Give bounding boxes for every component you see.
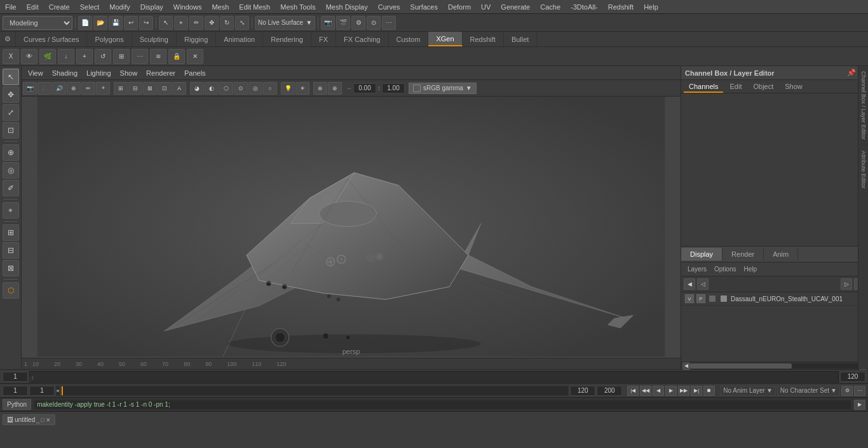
layer-prev2-btn[interactable]: ◁ [697, 278, 709, 290]
menu-mesh[interactable]: Mesh [207, 2, 234, 12]
pb-range-end[interactable]: 120 [570, 386, 595, 396]
layers-menu[interactable]: Layers [685, 265, 709, 273]
no-character-set-dropdown[interactable]: No Character Set ▼ [777, 386, 840, 396]
menu-create[interactable]: Create [44, 2, 75, 12]
layer-playback[interactable]: P [696, 294, 705, 303]
paint-tool[interactable]: ✏ [189, 16, 203, 30]
cam-btn-5[interactable]: ✏ [81, 82, 95, 95]
cam-btn-shd3[interactable]: ⬡ [219, 82, 233, 95]
cam-btn-shd5[interactable]: ◎ [248, 82, 262, 95]
menu-help[interactable]: Help [639, 2, 663, 12]
cam-btn-snap1[interactable]: ⊕ [313, 82, 327, 95]
cb-tab-edit[interactable]: Edit [724, 81, 747, 93]
menu-modify[interactable]: Modify [104, 2, 135, 12]
menu-mesh-display[interactable]: Mesh Display [321, 2, 373, 12]
menu-3dtoall[interactable]: -3DtoAll- [566, 2, 603, 12]
xgen-btn-leaf[interactable]: 🌿 [39, 49, 56, 64]
tab-fx-caching[interactable]: FX Caching [336, 32, 388, 46]
scroll-left-btn[interactable]: ◀ [682, 362, 690, 370]
tab-sculpting[interactable]: Sculpting [132, 32, 177, 46]
cam-btn-shd[interactable]: ◕ [190, 82, 204, 95]
tab-animation[interactable]: Animation [216, 32, 263, 46]
menu-windows[interactable]: Windows [168, 2, 207, 12]
circle-btn[interactable]: ⊙ [367, 16, 381, 30]
tab-xgen[interactable]: XGen [428, 32, 462, 46]
xgen-btn-5[interactable]: ↺ [95, 49, 111, 64]
pb-record-btn[interactable]: ⏺ [703, 386, 715, 396]
vp-menu-view[interactable]: View [24, 68, 47, 78]
menu-uv[interactable]: UV [476, 2, 496, 12]
menu-edit-mesh[interactable]: Edit Mesh [234, 2, 275, 12]
cam-btn-grid2[interactable]: ⊟ [128, 82, 142, 95]
menu-select[interactable]: Select [75, 2, 105, 12]
dra-tab-render[interactable]: Render [722, 248, 764, 261]
cam-btn-3[interactable]: 🔊 [52, 82, 66, 95]
menu-generate[interactable]: Generate [496, 2, 535, 12]
cam-btn-light2[interactable]: ☀ [295, 82, 309, 95]
cam-btn-grid3[interactable]: ⊠ [143, 82, 157, 95]
current-frame-field[interactable]: 1 [3, 372, 28, 382]
xgen-btn-4[interactable]: + [76, 49, 93, 64]
menu-edit[interactable]: Edit [22, 2, 44, 12]
tab-fx[interactable]: FX [311, 32, 336, 46]
snap-tool[interactable]: ⊕ [3, 144, 19, 161]
layer-visibility[interactable]: V [685, 294, 694, 303]
new-file-btn[interactable]: 📄 [78, 16, 92, 30]
xgen-btn-6[interactable]: ⊞ [113, 49, 130, 64]
pb-settings-btn[interactable]: ⚙ [841, 386, 853, 396]
tab-rendering[interactable]: Rendering [263, 32, 311, 46]
live-surface-dropdown[interactable]: No Live Surface ▼ [255, 16, 315, 30]
coord-y-input[interactable]: 1.00 [382, 83, 405, 93]
render-btn[interactable]: 📷 [321, 16, 335, 30]
cb-tab-channels[interactable]: Channels [684, 81, 723, 93]
timeline-end-field[interactable]: 120 [840, 372, 865, 382]
xgen-btn-close[interactable]: ✕ [187, 49, 203, 64]
cam-btn-shd2[interactable]: ◐ [205, 82, 219, 95]
cam-btn-light[interactable]: 💡 [281, 82, 295, 95]
select-tool-lt[interactable]: ↖ [3, 69, 19, 85]
pb-next-key-btn[interactable]: ▶| [691, 386, 702, 396]
xgen-btn-eye[interactable]: 👁 [21, 49, 37, 64]
cam-btn-a[interactable]: A [172, 82, 186, 95]
soft-tool[interactable]: ◎ [3, 162, 19, 179]
cam-btn-1[interactable]: 📷 [23, 82, 37, 95]
cb-pin-icon[interactable]: 📌 [847, 69, 856, 77]
help-menu[interactable]: Help [741, 265, 759, 273]
view-cube-btn[interactable]: ⬡ [3, 282, 19, 299]
python-run-btn[interactable]: ▶ [854, 400, 865, 410]
menu-display[interactable]: Display [135, 2, 168, 12]
open-file-btn[interactable]: 📂 [93, 16, 107, 30]
cb-tab-object[interactable]: Object [748, 81, 778, 93]
vert-tab-attribute-editor[interactable]: Attribute Editor [859, 146, 868, 194]
pb-next-frame-btn[interactable]: ▶▶ [678, 386, 689, 396]
cam-btn-6[interactable]: ⌖ [96, 82, 110, 95]
tab-custom[interactable]: Custom [389, 32, 429, 46]
python-label[interactable]: Python [3, 399, 31, 410]
layer-next-btn[interactable]: ▷ [841, 278, 852, 290]
undo-btn[interactable]: ↩ [124, 16, 138, 30]
pb-range-slider[interactable] [61, 386, 569, 396]
cam-btn-shd4[interactable]: ⊙ [234, 82, 248, 95]
pb-range-end2[interactable]: 200 [597, 386, 622, 396]
dots-btn[interactable]: ⋯ [382, 16, 396, 30]
cam-btn-grid4[interactable]: ⊡ [158, 82, 172, 95]
save-file-btn[interactable]: 💾 [109, 16, 123, 30]
scale-tool[interactable]: ⤡ [235, 16, 249, 30]
vp-menu-renderer[interactable]: Renderer [142, 68, 179, 78]
cam-btn-snap2[interactable]: ⊗ [328, 82, 342, 95]
menu-cache[interactable]: Cache [535, 2, 566, 12]
grid-btn-3[interactable]: ⊠ [3, 260, 19, 276]
close-btn[interactable]: ✕ [46, 417, 51, 423]
move-tool[interactable]: ✥ [205, 16, 219, 30]
transform-tool-lt[interactable]: ✥ [3, 86, 19, 103]
color-profile-dropdown[interactable]: sRGB gamma ▼ [409, 83, 477, 94]
menu-redshift[interactable]: Redshift [603, 2, 639, 12]
scale-tool-lt[interactable]: ⊡ [3, 122, 19, 139]
cam-btn-4[interactable]: ⊕ [67, 82, 81, 95]
lasso-select-lt[interactable]: ⌖ [3, 202, 19, 219]
viewport-3d-canvas[interactable]: ⊕⊙ ◎◉ [22, 97, 681, 356]
menu-file[interactable]: File [0, 2, 22, 12]
vert-tab-channel-box[interactable]: Channel Box / Layer Editor [859, 66, 868, 146]
pb-play-btn[interactable]: ▶ [665, 386, 677, 396]
layer-prev-btn[interactable]: ◀ [684, 278, 695, 290]
